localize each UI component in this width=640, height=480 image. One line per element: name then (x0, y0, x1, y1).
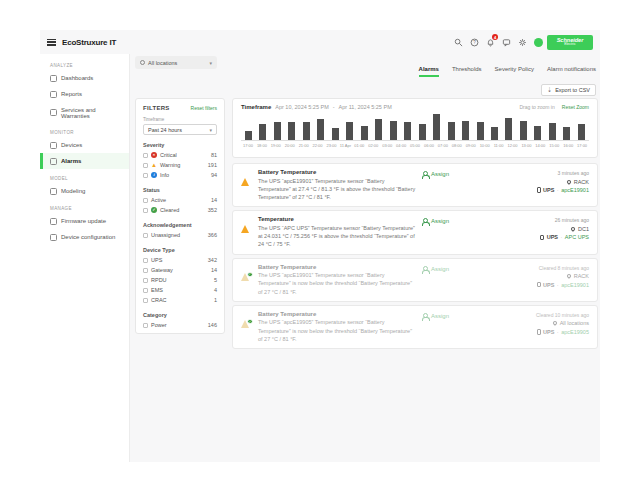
filter-option-label: Unassigned (151, 232, 180, 238)
triangle-glyph (241, 219, 249, 233)
tab-thresholds[interactable]: Thresholds (452, 66, 482, 77)
assign-button[interactable]: Assign (421, 264, 501, 296)
sidebar-item-services-and-warranties[interactable]: Services and Warranties (40, 102, 129, 123)
alarm-location[interactable]: RACK (567, 273, 589, 279)
settings-icon[interactable] (517, 37, 527, 47)
cleared-check-icon: ✓ (247, 272, 253, 278)
chevron-down-icon: ▾ (209, 60, 212, 66)
checkbox[interactable] (143, 173, 148, 178)
alarm-location[interactable]: DC1 (571, 226, 589, 232)
alarm-card[interactable]: ✓Battery TemperatureThe UPS “apcE19901” … (232, 258, 598, 302)
separator-dot: · (557, 282, 559, 288)
filter-option-count: 1 (214, 297, 217, 303)
alarm-card[interactable]: TemperatureThe UPS “APC UPS” Temperature… (232, 210, 598, 254)
checkbox[interactable] (143, 198, 148, 203)
x-tick-label: 03:00 (380, 143, 394, 148)
checkbox[interactable] (143, 298, 148, 303)
filter-option-ems[interactable]: EMS4 (143, 285, 217, 295)
histogram-bar (534, 126, 541, 140)
filter-option-label: Active (151, 197, 166, 203)
sidebar-item-alarms[interactable]: Alarms (40, 153, 129, 169)
filter-option-active[interactable]: Active14 (143, 195, 217, 205)
alarm-device-name[interactable]: APC UPS (565, 234, 589, 240)
filter-option-critical[interactable]: ×Critical81 (143, 150, 217, 160)
checkbox[interactable] (143, 258, 148, 263)
checkbox[interactable] (143, 233, 148, 238)
tab-severity-policy[interactable]: Severity Policy (495, 66, 534, 77)
avatar[interactable] (533, 37, 543, 47)
sidebar-item-devices[interactable]: Devices (40, 137, 129, 153)
ups-device-icon (537, 282, 541, 288)
filter-option-warning[interactable]: ▲Warning191 (143, 160, 217, 170)
filter-group-label-severity: Severity (143, 142, 217, 148)
alarm-card[interactable]: Battery TemperatureThe UPS “apcE19901” T… (232, 163, 598, 207)
sidebar-item-device-configuration[interactable]: Device configuration (40, 229, 129, 245)
feedback-icon[interactable] (501, 37, 511, 47)
reset-zoom-link[interactable]: Reset Zoom (562, 104, 589, 110)
ecostruxure-it-app: EcoStruxure IT ?4 Schneider Electric Ana… (40, 30, 600, 462)
chevron-down-icon: ▾ (209, 127, 212, 133)
sidebar-item-dashboards[interactable]: Dashboards (40, 70, 129, 86)
cleared-warning-icon: ✓ (241, 311, 253, 343)
x-tick-label: 17:00 (241, 143, 255, 148)
notifications-bell-icon[interactable]: 4 (485, 37, 495, 47)
checkbox[interactable] (143, 268, 148, 273)
alarm-card[interactable]: ✓Battery TemperatureThe UPS “apcE19905” … (232, 305, 598, 349)
x-tick-label: 13:00 (519, 143, 533, 148)
alarm-list: Battery TemperatureThe UPS “apcE19901” T… (232, 163, 598, 349)
filter-group-label-status: Status (143, 187, 217, 193)
filter-option-crac[interactable]: CRAC1 (143, 295, 217, 305)
services-warranties-icon (50, 109, 57, 116)
checkbox[interactable] (143, 288, 148, 293)
filter-option-gateway[interactable]: Gateway14 (143, 265, 217, 275)
alarm-meta: Cleared 10 minutes agoAll locationsUPS·a… (506, 311, 589, 343)
filter-option-unassigned[interactable]: Unassigned366 (143, 230, 217, 240)
search-icon[interactable] (453, 37, 463, 47)
menu-icon[interactable] (47, 39, 56, 46)
assign-button[interactable]: Assign (421, 311, 501, 343)
filter-option-cleared[interactable]: ✓Cleared352 (143, 205, 217, 215)
checkbox[interactable] (143, 208, 148, 213)
sidebar-item-modeling[interactable]: Modeling (40, 183, 129, 199)
alarm-histogram[interactable] (241, 114, 589, 141)
checkbox[interactable] (143, 163, 148, 168)
sidebar-item-label: Firmware update (61, 218, 106, 224)
filter-option-ups[interactable]: UPS342 (143, 255, 217, 265)
alarm-device-name[interactable]: apcE19905 (561, 329, 589, 335)
checkbox[interactable] (143, 153, 148, 158)
assign-person-icon (421, 171, 428, 178)
location-picker[interactable]: All locations ▾ (135, 56, 217, 69)
histogram-bar (361, 126, 368, 140)
assign-button[interactable]: Assign (421, 169, 501, 201)
tab-alarms[interactable]: Alarms (419, 66, 439, 77)
reset-filters-link[interactable]: Reset filters (191, 105, 217, 111)
x-tick-label: 08:00 (450, 143, 464, 148)
sidebar-section: ManageFirmware updateDevice configuratio… (40, 199, 129, 245)
histogram-bar (563, 127, 570, 140)
tab-alarm-notifications[interactable]: Alarm notifications (547, 66, 596, 77)
alarm-location[interactable]: All locations (553, 320, 589, 326)
filter-option-info[interactable]: iInfo94 (143, 170, 217, 180)
alarm-device: UPS·apcE19905 (537, 329, 590, 335)
alarm-location[interactable]: RACK (567, 179, 589, 185)
filter-option-power[interactable]: Power146 (143, 320, 217, 330)
export-to-csv-button[interactable]: ⇣ Export to CSV (541, 84, 596, 96)
filter-group-label-category: Category (143, 312, 217, 318)
sidebar-section: ModelModeling (40, 169, 129, 199)
location-pin-icon (566, 273, 572, 279)
sidebar-item-firmware-update[interactable]: Firmware update (40, 213, 129, 229)
timeframe-select-value: Past 24 hours (148, 127, 182, 133)
filter-option-rpdu[interactable]: RPDU5 (143, 275, 217, 285)
alarm-device-name[interactable]: apcE19901 (561, 187, 589, 193)
checkbox[interactable] (143, 323, 148, 328)
schneider-electric-logo[interactable]: Schneider Electric (547, 35, 593, 50)
assign-button[interactable]: Assign (421, 216, 501, 248)
checkbox[interactable] (143, 278, 148, 283)
sidebar-item-reports[interactable]: Reports (40, 86, 129, 102)
histogram-bar (274, 122, 281, 140)
histogram-bar (433, 114, 440, 140)
ups-device-icon (540, 235, 544, 241)
alarm-device-name[interactable]: apcE19901 (561, 282, 589, 288)
timeframe-select[interactable]: Past 24 hours ▾ (143, 124, 217, 135)
help-icon[interactable]: ? (469, 37, 479, 47)
